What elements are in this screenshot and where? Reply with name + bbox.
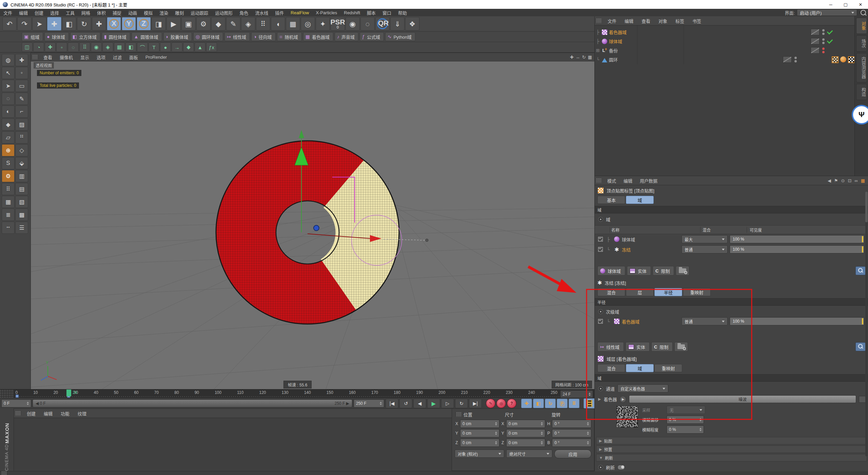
attribute-menu-item[interactable]: 模式: [604, 177, 620, 184]
next-key-button[interactable]: ↻: [455, 399, 468, 408]
flourish-icon[interactable]: →: [172, 42, 182, 52]
visibility-dots[interactable]: [822, 38, 825, 44]
drag-handle-icon[interactable]: [596, 178, 601, 183]
target-icon[interactable]: ⊙: [841, 178, 845, 183]
freeze-tab[interactable]: 半径: [654, 288, 682, 296]
array-object-button[interactable]: ⠿: [256, 17, 270, 31]
group-field-button[interactable]: ▣ 组域: [22, 32, 43, 41]
menubar-item[interactable]: 创建: [31, 10, 47, 16]
goto-end-button[interactable]: ▶|: [469, 399, 482, 408]
live-selection-tool[interactable]: ➤: [32, 17, 46, 31]
object-manager-menu-item[interactable]: 文件: [604, 18, 620, 24]
rotation-b-field[interactable]: 0 °: [552, 439, 591, 447]
field-layer-tab[interactable]: 混合: [597, 364, 625, 372]
light-object-button[interactable]: ✦: [316, 17, 330, 31]
spline-pen-button[interactable]: ✎: [226, 17, 240, 31]
capsule-field-button[interactable]: ◗ 胶囊体域: [163, 32, 192, 41]
brush-icon[interactable]: ✎: [15, 93, 28, 105]
history-back-icon[interactable]: ◀: [828, 178, 831, 183]
channel-select[interactable]: 自定义着色器: [617, 384, 668, 393]
cube-field-button[interactable]: ◧ 立方体域: [70, 32, 100, 41]
add-clamp-button[interactable]: C限制: [653, 266, 674, 276]
viewport-canvas[interactable]: Y 透视视图 Number of emitters: 0 Total live …: [31, 61, 595, 390]
move-tool[interactable]: ✚: [47, 17, 61, 31]
mirror-icon[interactable]: ▥: [15, 170, 28, 182]
radio-icon[interactable]: [598, 309, 603, 314]
magnet-icon[interactable]: ◐: [2, 106, 15, 118]
vertex-color-tag[interactable]: [848, 56, 855, 63]
layers-icon[interactable]: ▩: [15, 209, 28, 221]
field-row[interactable]: └ ✱ 冻结 普通 100 %: [595, 244, 868, 254]
magnifier-button[interactable]: [855, 266, 866, 275]
gear-icon[interactable]: ⚙: [2, 170, 15, 182]
curve-icon[interactable]: ⌒: [137, 42, 148, 52]
add-solid-button[interactable]: 实体: [626, 342, 650, 352]
y-axis-lock[interactable]: Y: [122, 17, 136, 31]
checkbox[interactable]: [597, 246, 604, 252]
record-position-toggle[interactable]: ✚: [521, 399, 532, 408]
goto-start-button[interactable]: |◀: [386, 399, 398, 408]
shader-preset-button[interactable]: ▶: [619, 396, 626, 403]
rect-select-icon[interactable]: ▭: [15, 80, 28, 92]
model-mode-icon[interactable]: ◆: [2, 118, 15, 131]
current-frame-field[interactable]: 24 F: [560, 390, 593, 398]
minimize-button[interactable]: ─: [823, 0, 838, 9]
list-icon[interactable]: ☰: [15, 222, 28, 234]
render-picture-viewer-button[interactable]: ▣: [181, 17, 196, 31]
rotate-tool[interactable]: ↻: [77, 17, 91, 31]
lasso-icon[interactable]: ◌: [2, 93, 15, 105]
phong-tag[interactable]: [840, 56, 846, 62]
text-tool-icon[interactable]: T: [149, 42, 159, 52]
download-icon[interactable]: ⇓: [390, 17, 405, 31]
menubar-item[interactable]: RealFlow: [287, 10, 312, 15]
z-axis-lock[interactable]: Z: [137, 17, 151, 31]
timeline-ruler[interactable]: 0102030405060708090100110120130140150160…: [0, 389, 594, 398]
radio-icon[interactable]: [598, 217, 603, 222]
maximize-view-icon[interactable]: ▦: [588, 55, 592, 60]
blur-strength-field[interactable]: 0 %: [667, 425, 704, 434]
object-manager-menu-item[interactable]: 编辑: [620, 18, 637, 24]
object-manager-menu-item[interactable]: 标签: [671, 18, 688, 24]
qr-badge[interactable]: QR: [375, 17, 390, 31]
drag-handle-icon[interactable]: [32, 55, 38, 59]
add-clamp-button[interactable]: C限制: [651, 342, 673, 352]
add-solid-button[interactable]: 实体: [627, 266, 651, 276]
radio-icon[interactable]: [598, 386, 603, 391]
field-row[interactable]: └ 着色器域 普通 100 %: [595, 316, 868, 326]
field-row[interactable]: ├ 球体域 最大 100 %: [595, 234, 868, 244]
visibility-field[interactable]: 100 %: [730, 235, 864, 243]
menubar-item[interactable]: 插件: [272, 10, 287, 16]
side-tab[interactable]: 内容浏览器: [856, 53, 867, 82]
attribute-tab[interactable]: 基本: [597, 196, 625, 204]
object-row[interactable]: ⊞ L0 备份: [595, 46, 855, 55]
interface-layout-select[interactable]: 启动 (用户): [797, 9, 857, 16]
grid-dots-icon[interactable]: ⠿: [79, 42, 90, 52]
refresh-toggle[interactable]: [617, 465, 625, 470]
edges-icon[interactable]: ◇: [15, 144, 28, 156]
size-y-field[interactable]: 0 cm: [506, 429, 546, 437]
field-layer-tab[interactable]: 重映射: [654, 364, 682, 372]
material-menu-item[interactable]: 编辑: [40, 410, 57, 417]
keyframe-selection-button[interactable]: ?: [507, 399, 516, 408]
timeline-window-button[interactable]: [584, 398, 596, 408]
grid-d-icon[interactable]: ▧: [15, 196, 28, 208]
deer-logo-badge[interactable]: Ψ: [852, 105, 868, 125]
render-settings-button[interactable]: ⚙: [196, 17, 211, 31]
freeze-tab[interactable]: 重映射: [683, 288, 711, 296]
blur-offset-field[interactable]: 0 %: [667, 416, 704, 424]
size-z-field[interactable]: 0 cm: [506, 439, 546, 447]
lock-icon[interactable]: ⊡: [848, 178, 852, 183]
marker-icon[interactable]: ◦: [15, 67, 28, 79]
menubar-item[interactable]: 工具: [62, 10, 78, 16]
freeze-tab[interactable]: 层: [626, 288, 654, 296]
cylinder-field-button[interactable]: ▮ 圆柱体域: [102, 32, 130, 41]
add-linear-field-button[interactable]: ↦线性域: [597, 342, 624, 352]
object-row[interactable]: ├ 着色器域: [595, 27, 855, 37]
render-view-button[interactable]: ▶: [166, 17, 181, 31]
globe-icon[interactable]: ◍: [2, 54, 15, 66]
viewport-menu-item[interactable]: 面板: [125, 54, 142, 60]
shader-field-button[interactable]: ▦ 着色器域: [303, 32, 333, 41]
side-tab[interactable]: 构造: [856, 84, 867, 100]
end-frame-field[interactable]: 250 F: [354, 399, 384, 407]
shader-bar[interactable]: 噪波: [629, 395, 856, 403]
